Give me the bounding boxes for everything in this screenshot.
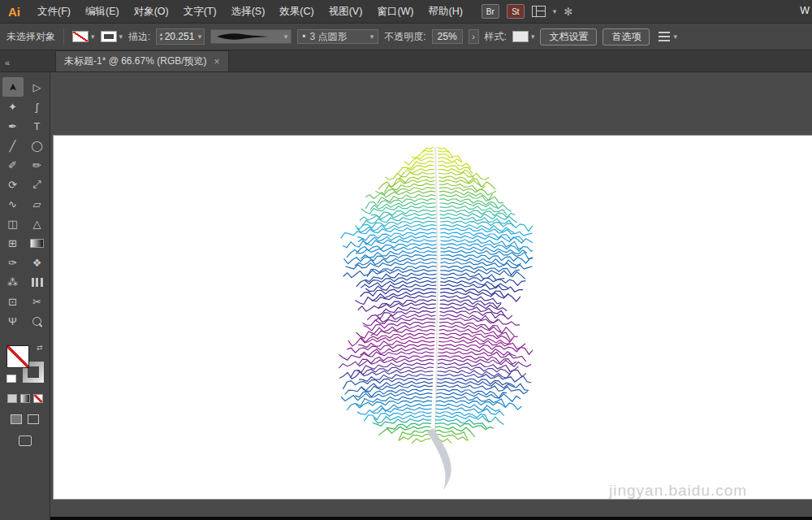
artboard[interactable] <box>53 135 812 500</box>
document-tab[interactable]: 未标题-1* @ 66.67% (RGB/预览) × <box>55 50 229 72</box>
screen-mode-button[interactable] <box>19 436 32 446</box>
tool-artboard[interactable]: ⊡ <box>2 292 24 311</box>
close-icon[interactable]: × <box>214 56 220 67</box>
menu-file[interactable]: 文件(F) <box>30 5 78 19</box>
zoom-icon <box>32 317 41 326</box>
canvas-area[interactable]: jingyan.baidu.com <box>50 72 812 520</box>
align-icon <box>659 32 670 41</box>
tool-slice[interactable]: ✂ <box>27 292 48 311</box>
tool-column-graph[interactable] <box>27 272 48 292</box>
tool-lasso[interactable]: ʃ <box>27 97 48 116</box>
down-arrow-icon[interactable]: ▾ <box>159 37 162 41</box>
selection-status: 未选择对象 <box>6 30 55 44</box>
column-graph-icon <box>32 278 43 287</box>
brush-stroke-preview <box>214 32 271 41</box>
menu-window[interactable]: 窗口(W) <box>369 5 421 19</box>
status-strip <box>50 517 812 520</box>
tool-symbol-sprayer[interactable]: ⁂ <box>2 272 24 292</box>
tool-width[interactable]: ∿ <box>2 194 24 214</box>
tool-pencil[interactable]: ✏ <box>27 155 48 175</box>
divider <box>63 28 64 45</box>
opacity-value: 25% <box>438 31 457 42</box>
collapse-panel-icon[interactable]: « <box>0 58 50 72</box>
drawing-mode-buttons <box>11 414 39 424</box>
stroke-color-dropdown[interactable]: ▾ <box>101 31 123 42</box>
gradient-icon <box>30 239 44 248</box>
brush-definition-dropdown[interactable]: ▾ <box>210 29 292 44</box>
tool-pen[interactable]: ✒ <box>2 116 24 136</box>
feather-spine <box>435 147 438 430</box>
tool-eyedropper[interactable]: ✑ <box>2 253 24 272</box>
tool-mesh[interactable]: ⊞ <box>2 233 24 253</box>
align-options-dropdown[interactable]: ▾ <box>659 32 677 41</box>
gradient-button[interactable] <box>20 394 30 403</box>
tool-perspective-grid[interactable]: △ <box>27 214 48 233</box>
main-area: ➤ ▷ ✦ ʃ ✒ T ╱ ◯ ✐ ✏ ⟳ ⤢ ∿ ▱ ◫ △ ⊞ ✑ ❖ ⁂ <box>0 72 812 520</box>
tool-paintbrush[interactable]: ✐ <box>2 155 24 175</box>
feather-artwork[interactable] <box>338 144 533 495</box>
stepper-arrows[interactable]: ▴ ▾ <box>159 32 162 41</box>
tool-scale[interactable]: ⤢ <box>27 175 48 194</box>
opacity-label: 不透明度: <box>384 30 425 44</box>
tools-panel: ➤ ▷ ✦ ʃ ✒ T ╱ ◯ ✐ ✏ ⟳ ⤢ ∿ ▱ ◫ △ ⊞ ✑ ❖ ⁂ <box>0 72 50 520</box>
feather-quill <box>427 428 451 490</box>
tool-selection[interactable]: ➤ <box>2 77 24 97</box>
menu-list: 文件(F) 编辑(E) 对象(O) 文字(T) 选择(S) 效果(C) 视图(V… <box>30 5 470 19</box>
arrange-documents-icon[interactable] <box>532 6 546 17</box>
preferences-button[interactable]: 首选项 <box>603 28 650 46</box>
color-button[interactable] <box>7 394 17 403</box>
tool-blend[interactable]: ❖ <box>27 253 48 272</box>
menubar: Ai 文件(F) 编辑(E) 对象(O) 文字(T) 选择(S) 效果(C) 视… <box>0 0 812 24</box>
menu-help[interactable]: 帮助(H) <box>421 5 470 19</box>
tool-direct-selection[interactable]: ▷ <box>27 77 48 97</box>
variable-width-profile-dropdown[interactable]: • 3 点圆形 ▾ <box>297 29 378 44</box>
stock-button[interactable]: St <box>507 4 525 19</box>
profile-name: 3 点圆形 <box>309 30 347 44</box>
swap-fill-stroke-icon[interactable]: ⇄ <box>37 344 43 352</box>
default-swatches-icon[interactable] <box>6 375 16 383</box>
tool-ellipse[interactable]: ◯ <box>27 136 48 155</box>
stroke-weight-stepper[interactable]: ▴ ▾ 20.251 ▾ <box>156 28 205 45</box>
menu-view[interactable]: 视图(V) <box>322 5 370 19</box>
draw-normal-icon[interactable] <box>11 414 22 424</box>
chevron-down-icon: ▾ <box>198 33 202 41</box>
opacity-panel-arrow[interactable]: › <box>469 29 479 44</box>
fill-swatch-none[interactable] <box>6 345 29 368</box>
chevron-down-icon: ▾ <box>91 33 95 41</box>
menu-object[interactable]: 对象(O) <box>127 5 176 19</box>
tool-rotate[interactable]: ⟳ <box>2 175 24 194</box>
none-button[interactable] <box>33 394 43 403</box>
control-bar: 未选择对象 ▾ ▾ 描边: ▴ ▾ 20.251 ▾ ▾ • 3 <box>0 24 812 50</box>
tool-grid: ➤ ▷ ✦ ʃ ✒ T ╱ ◯ ✐ ✏ ⟳ ⤢ ∿ ▱ ◫ △ ⊞ ✑ ❖ ⁂ <box>2 77 48 331</box>
tool-type[interactable]: T <box>27 116 48 136</box>
menu-effect[interactable]: 效果(C) <box>272 5 321 19</box>
opacity-input[interactable]: 25% <box>432 29 463 44</box>
style-swatch <box>512 31 529 42</box>
chevron-down-icon: ▾ <box>531 33 535 41</box>
tab-title: 未标题-1* @ 66.67% (RGB/预览) <box>64 54 207 68</box>
draw-behind-icon[interactable] <box>28 414 39 424</box>
document-setup-button[interactable]: 文档设置 <box>540 28 597 46</box>
tool-line-segment[interactable]: ╱ <box>2 136 24 155</box>
bridge-button[interactable]: Br <box>482 4 499 19</box>
tool-gradient[interactable] <box>27 233 48 253</box>
chevron-down-icon: ▾ <box>119 33 123 41</box>
illustrator-window: Ai 文件(F) 编辑(E) 对象(O) 文字(T) 选择(S) 效果(C) 视… <box>0 0 812 520</box>
stroke-weight-value[interactable]: 20.251 <box>165 31 196 42</box>
menu-edit[interactable]: 编辑(E) <box>78 5 127 19</box>
tool-zoom[interactable] <box>27 311 48 331</box>
menu-select[interactable]: 选择(S) <box>224 5 273 19</box>
tool-free-transform[interactable]: ▱ <box>27 194 48 214</box>
style-label: 样式: <box>485 30 507 44</box>
tool-shape-builder[interactable]: ◫ <box>2 214 24 233</box>
paint-mode-buttons <box>7 394 43 403</box>
tool-hand[interactable]: Ψ <box>2 311 24 331</box>
fill-color-dropdown[interactable]: ▾ <box>72 31 95 42</box>
profile-dot-icon: • <box>302 31 305 42</box>
chevron-down-icon[interactable]: ▾ <box>553 8 557 15</box>
style-dropdown[interactable]: ▾ <box>512 31 535 42</box>
app-logo: Ai <box>8 5 20 19</box>
sync-icon[interactable]: ✻ <box>564 6 572 18</box>
tool-magic-wand[interactable]: ✦ <box>2 97 24 116</box>
menu-type[interactable]: 文字(T) <box>176 5 224 19</box>
